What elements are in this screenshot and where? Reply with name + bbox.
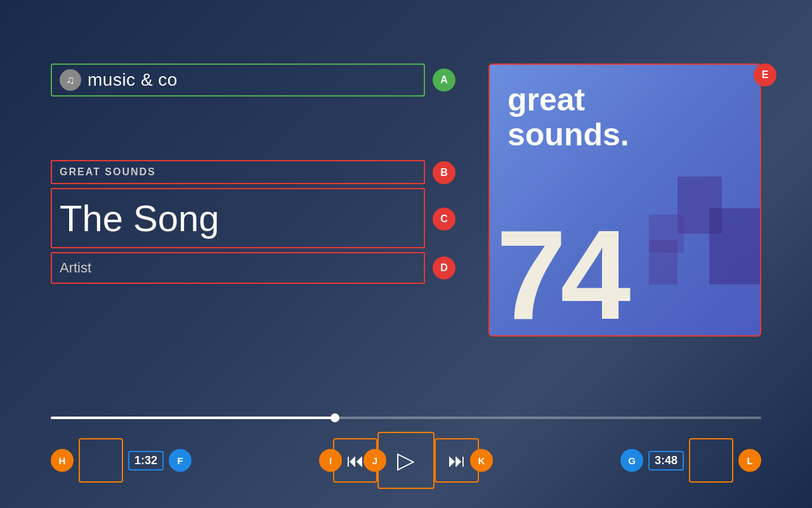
badge-h: H [51,449,74,472]
badge-d: D [433,257,455,279]
progress-fill [51,417,335,419]
album-title-text: great sounds. [508,83,629,152]
time-group-left: 1:32 F [128,449,192,472]
artist-box: Artist [51,252,425,284]
app-name-box: ♫ music & co [51,64,425,97]
controls-center: I ⏮ J ▷ ⏭ K [333,432,479,489]
genre-box: GREAT SOUNDS [51,160,425,184]
album-title-line2: sounds. [508,117,629,152]
current-time: 1:32 [128,451,164,471]
badge-i: I [319,449,342,472]
song-name-row: The Song C [51,188,457,250]
album-art-inner: great sounds. 74 [490,65,760,335]
time-group-right: G 3:48 [620,449,684,472]
app-name-text: music & co [88,70,178,90]
controls-section: H 1:32 F I ⏮ J ▷ ⏭ K [51,432,761,489]
play-group: J ▷ [377,432,435,489]
badge-b: B [433,161,455,184]
album-number: 74 [496,221,624,329]
total-time: 3:48 [648,451,684,471]
genre-text: GREAT SOUNDS [60,166,156,177]
progress-bar[interactable] [51,417,761,419]
deco-block-4 [649,240,678,284]
badge-l: L [738,449,761,472]
genre-row: GREAT SOUNDS B [51,160,457,185]
skip-back-icon: ⏮ [346,450,364,471]
album-title-line1: great [508,83,629,117]
play-icon: ▷ [397,447,415,474]
badge-c: C [433,208,455,231]
skip-forward-icon: ⏭ [448,450,466,471]
artist-row: Artist D [51,252,457,284]
album-art-container: great sounds. 74 [488,64,761,337]
music-icon: ♫ [60,69,81,91]
badge-e-container: E [754,64,776,86]
controls-left: H 1:32 F [51,438,192,483]
badge-a: A [433,69,455,91]
badge-f: F [169,449,192,472]
artist-text: Artist [60,260,91,276]
controls-right: G 3:48 L [620,438,761,483]
badge-j: J [363,449,386,472]
deco-block-3 [709,208,760,284]
song-name-text: The Song [60,197,219,239]
song-name-box: The Song [51,188,425,248]
badge-e: E [754,64,776,86]
left-panel: ♫ music & co A GREAT SOUNDS B The Song C… [51,64,457,286]
button-l[interactable] [689,438,733,483]
app-name-row: ♫ music & co A [51,64,457,97]
music-note-icon: ♫ [66,74,75,87]
progress-handle[interactable] [331,413,339,422]
badge-k: K [470,449,493,472]
skip-forward-group: ⏭ K [435,438,479,483]
button-h[interactable] [79,438,123,483]
progress-section [51,417,761,432]
badge-g: G [620,449,643,472]
